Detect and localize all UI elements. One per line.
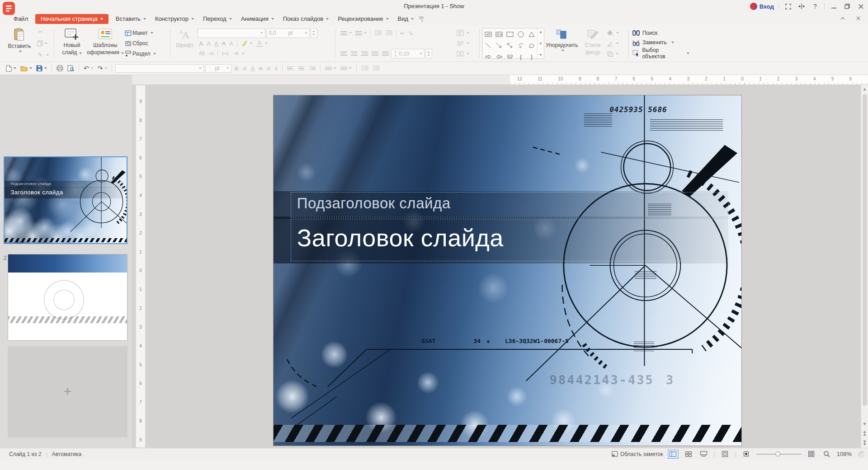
split-window-icon[interactable] (797, 2, 806, 11)
qb-numbering-button[interactable] (339, 66, 353, 71)
shape-freeform[interactable] (526, 40, 537, 51)
font-size-combo[interactable]: 0,0 pt (266, 28, 310, 38)
fullscreen-icon[interactable] (783, 2, 793, 11)
scrollbar-thumb[interactable] (863, 94, 867, 406)
qb-font-name-combo[interactable] (115, 64, 204, 73)
qb-strikethrough-button[interactable]: А (257, 65, 264, 72)
tab-insert[interactable]: Вставить (111, 14, 151, 24)
qb-italic-button[interactable]: А (241, 65, 248, 72)
normal-view-button[interactable] (668, 450, 679, 459)
minimize-button[interactable] (829, 2, 838, 11)
shape-block-arrow-left[interactable] (494, 51, 505, 62)
qb-shrink-font-button[interactable]: А (274, 66, 279, 71)
shape-styles-button[interactable]: Стили фигур (580, 26, 606, 61)
shapes-more-icon[interactable]: ▼ (539, 53, 542, 57)
align-left-button[interactable] (339, 51, 349, 56)
font-name-combo[interactable] (198, 28, 265, 38)
shape-fill-button[interactable] (607, 28, 625, 38)
zoom-slider[interactable] (756, 454, 802, 455)
qb-align-right-button[interactable] (307, 66, 317, 71)
text-shadow-button[interactable]: А (228, 40, 235, 47)
qb-increase-indent-button[interactable] (371, 65, 381, 71)
wrap-text-left-icon[interactable]: ↵ (399, 30, 406, 37)
design-templates-button[interactable]: Шаблоны оформления (87, 26, 124, 61)
slideshow-view-button[interactable] (698, 450, 709, 459)
underline-button[interactable]: А (213, 40, 220, 47)
format-painter-button[interactable]: ✎ (35, 51, 50, 59)
qb-bold-button[interactable]: А (233, 65, 240, 72)
horizontal-ruler[interactable]: 1211109876543210123456789101112 (132, 75, 868, 85)
distribute-button[interactable] (381, 51, 390, 56)
vertical-ruler[interactable]: 9876543210123456789 (136, 85, 146, 448)
slide-2-thumbnail[interactable] (8, 254, 127, 341)
save-button[interactable] (35, 64, 48, 72)
print-preview-button[interactable] (66, 64, 75, 72)
arrange-button[interactable]: Упорядочить (544, 26, 580, 61)
font-size-spinner[interactable] (311, 28, 317, 38)
wrap-text-right-icon[interactable]: ↳ (407, 30, 415, 37)
bold-button[interactable]: А (198, 40, 204, 47)
zoom-in-button[interactable] (806, 450, 817, 459)
italic-button[interactable]: А (205, 40, 212, 47)
shape-scroll[interactable] (505, 51, 515, 62)
numbering-button[interactable] (354, 31, 368, 36)
increase-case-button[interactable]: АВ (198, 51, 206, 56)
qb-decrease-indent-button[interactable] (360, 65, 370, 71)
close-document-icon[interactable] (854, 14, 863, 23)
new-file-button[interactable] (5, 64, 18, 73)
print-button[interactable] (55, 64, 65, 72)
tab-transitions[interactable]: Переход (198, 14, 236, 24)
shape-block-arrow-right[interactable] (483, 51, 494, 62)
shape-vertical-text-box[interactable]: A (494, 28, 505, 40)
text-direction-button[interactable] (457, 28, 476, 38)
paste-button[interactable]: Вставить (5, 26, 34, 61)
copy-button[interactable] (35, 40, 50, 47)
shape-effects-button[interactable] (607, 48, 625, 59)
qb-grow-font-button[interactable]: А (265, 65, 272, 72)
add-slide-placeholder[interactable]: + (8, 346, 127, 437)
maximize-button[interactable] (843, 2, 852, 11)
bullets-button[interactable] (339, 31, 353, 36)
redo-button[interactable]: ↷ (96, 64, 109, 73)
tab-review[interactable]: Рецензирование (333, 14, 393, 24)
zoom-dialog-button[interactable] (821, 450, 832, 459)
shape-outline-button[interactable] (607, 38, 625, 49)
strikethrough-button[interactable]: А (221, 40, 227, 47)
next-slide-icon[interactable]: ▼▼ (861, 438, 868, 448)
line-spacing-spinner[interactable] (425, 49, 432, 58)
fit-slide-button[interactable] (720, 450, 731, 459)
scroll-down-icon[interactable]: ▼ (861, 420, 868, 428)
undo-button[interactable]: ↶ (82, 64, 95, 73)
layout-button[interactable]: Макет (125, 28, 166, 38)
justify-button[interactable] (370, 51, 380, 56)
menu-file[interactable]: Файл (9, 14, 33, 24)
tab-slideshow[interactable]: Показ слайдов (278, 14, 334, 24)
shape-brace-left[interactable]: { (515, 51, 526, 62)
qb-align-center-button[interactable] (297, 66, 306, 71)
align-right-button[interactable] (360, 51, 369, 56)
shape-line[interactable] (483, 40, 494, 51)
qb-align-left-button[interactable] (286, 66, 295, 71)
font-color-button[interactable]: А (255, 40, 269, 47)
current-slide[interactable]: Подзаголовок слайда Заголовок слайда 042… (273, 95, 742, 446)
shape-triangle[interactable] (526, 28, 537, 40)
tab-animation[interactable]: Анимация (236, 14, 278, 24)
section-button[interactable]: Раздел (125, 48, 166, 59)
shape-text-box[interactable]: A (483, 28, 494, 40)
select-objects-button[interactable]: Выбор объектов (632, 47, 689, 59)
find-button[interactable]: Поиск (632, 28, 689, 38)
shape-arrow-line[interactable] (494, 40, 505, 51)
zoom-slider-handle[interactable] (775, 451, 780, 456)
login-button[interactable]: Вход (750, 3, 774, 10)
shape-brace-right[interactable]: } (526, 51, 537, 62)
cut-button[interactable]: ✂ (35, 28, 50, 36)
resize-grip[interactable] (858, 451, 864, 457)
new-slide-button[interactable]: Новый слайд (57, 26, 87, 61)
decrease-indent-button[interactable] (373, 30, 383, 36)
char-spacing-button[interactable] (220, 51, 230, 57)
scroll-up-icon[interactable]: ▲ (861, 85, 868, 93)
help-icon[interactable]: ? (811, 2, 820, 11)
qb-font-size-combo[interactable]: pt (205, 64, 231, 73)
shapes-scroll-up-icon[interactable]: ▲ (539, 30, 542, 34)
change-case-button[interactable]: ᵃА (231, 51, 245, 56)
